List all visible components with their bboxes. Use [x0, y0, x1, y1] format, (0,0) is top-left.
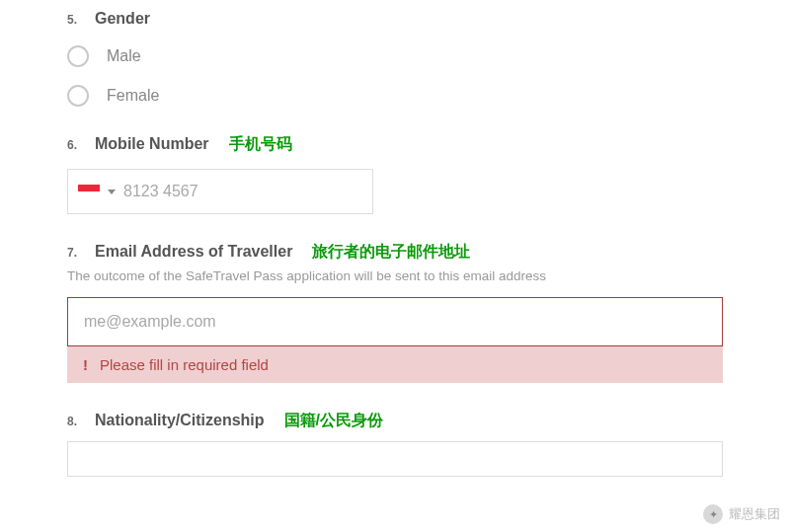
- error-icon: !: [83, 356, 88, 373]
- gender-label: Gender: [95, 10, 150, 28]
- radio-icon: [67, 45, 89, 67]
- wechat-icon: ✦: [703, 504, 723, 524]
- nationality-annotation: 国籍/公民身份: [284, 411, 383, 431]
- question-number-5: 5.: [67, 13, 81, 27]
- gender-option-male[interactable]: Male: [67, 45, 723, 67]
- email-error-text: Please fill in required field: [100, 356, 269, 373]
- email-input-wrapper[interactable]: [67, 297, 723, 346]
- email-label: Email Address of Traveller: [95, 243, 292, 261]
- radio-icon: [67, 85, 89, 107]
- mobile-label: Mobile Number: [95, 135, 209, 153]
- nationality-select[interactable]: [67, 441, 723, 477]
- watermark-text: 耀恩集团: [729, 505, 780, 523]
- question-number-7: 7.: [67, 246, 81, 260]
- email-error-banner: ! Please fill in required field: [67, 346, 723, 383]
- email-helper-text: The outcome of the SafeTravel Pass appli…: [67, 268, 723, 283]
- gender-male-label: Male: [107, 47, 141, 65]
- flag-sg-icon: [78, 185, 100, 198]
- mobile-input[interactable]: [123, 183, 362, 200]
- gender-female-label: Female: [107, 87, 159, 105]
- watermark: ✦ 耀恩集团: [703, 504, 780, 524]
- mobile-input-group[interactable]: [67, 169, 373, 214]
- question-number-6: 6.: [67, 138, 81, 152]
- chevron-down-icon: [108, 190, 116, 194]
- mobile-annotation: 手机号码: [229, 134, 292, 155]
- email-annotation: 旅行者的电子邮件地址: [312, 242, 470, 263]
- email-input[interactable]: [84, 313, 706, 331]
- gender-option-female[interactable]: Female: [67, 85, 723, 107]
- nationality-label: Nationality/Citizenship: [95, 412, 265, 429]
- question-number-8: 8.: [67, 415, 81, 428]
